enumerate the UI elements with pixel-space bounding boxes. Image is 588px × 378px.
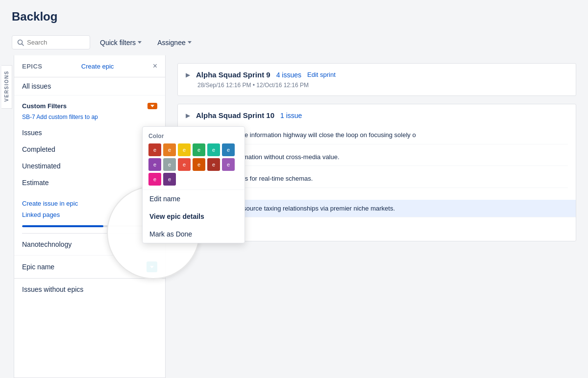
sprint-name-10: Alpha Squad Sprint 10 bbox=[196, 111, 274, 119]
quick-filters-button[interactable]: Quick filters bbox=[94, 36, 147, 49]
versions-tab[interactable]: VERSIONS bbox=[1, 65, 12, 109]
color-swatch[interactable]: e bbox=[193, 143, 205, 156]
color-swatch[interactable]: e bbox=[163, 143, 176, 156]
sprint-header-9: ▶ Alpha Squad Sprint 9 4 issues Edit spr… bbox=[186, 71, 568, 79]
sprint-name-9: Alpha Squad Sprint 9 bbox=[196, 71, 270, 79]
svg-line-1 bbox=[22, 44, 24, 46]
epics-header: EPICS Create epic × bbox=[14, 55, 165, 77]
sprint-expand-icon-10[interactable]: ▶ bbox=[186, 112, 190, 119]
sprint-issue-count-9: 4 issues bbox=[276, 71, 301, 79]
stat-row-unestimated: Unestimated 0 bbox=[22, 158, 157, 174]
stat-label-estimate: Estimate bbox=[22, 179, 49, 187]
search-input[interactable] bbox=[27, 39, 85, 46]
chevron-down-icon bbox=[150, 266, 154, 268]
color-swatch[interactable]: e bbox=[148, 158, 161, 171]
chevron-down-icon bbox=[150, 105, 154, 107]
menu-item-view-epic-details[interactable]: View epic details bbox=[143, 208, 245, 225]
versions-sidebar: VERSIONS bbox=[0, 55, 14, 378]
stat-label-completed: Completed bbox=[22, 145, 55, 153]
filter-link: SB-7 Add custom filters to ap bbox=[22, 114, 157, 120]
color-swatch[interactable]: e bbox=[193, 158, 205, 171]
color-section-label: Color bbox=[148, 133, 239, 140]
progress-bar-track bbox=[22, 225, 157, 227]
linked-pages-link[interactable]: Linked pages bbox=[22, 210, 157, 219]
sprint-dates-9: 28/Sep/16 12:16 PM • 12/Oct/16 12:16 PM bbox=[197, 82, 568, 89]
color-swatch[interactable]: e bbox=[222, 158, 235, 171]
color-swatch[interactable]: e bbox=[222, 143, 235, 156]
color-swatch[interactable]: e bbox=[148, 143, 161, 156]
filter-link-anchor[interactable]: SB-7 Add custom filters to ap bbox=[22, 114, 98, 120]
assignee-button[interactable]: Assignee bbox=[151, 36, 197, 49]
epic-name-label: Epic name bbox=[22, 263, 54, 271]
create-issue-in-epic-link[interactable]: Create issue in epic bbox=[22, 199, 157, 208]
epic-name-dropdown-button[interactable] bbox=[147, 261, 157, 272]
page-title: Backlog bbox=[12, 10, 576, 24]
search-icon bbox=[17, 39, 24, 46]
custom-filters-header: Custom Filters bbox=[22, 102, 157, 110]
epics-title: EPICS bbox=[22, 63, 43, 70]
progress-bar-fill bbox=[22, 225, 103, 227]
color-swatches: e e e e e e e e e e e e e e bbox=[148, 143, 239, 186]
custom-filters-dropdown-button[interactable] bbox=[147, 103, 157, 109]
close-button[interactable]: × bbox=[153, 62, 157, 70]
stat-label-unestimated: Unestimated bbox=[22, 162, 61, 170]
sprint-header-10: ▶ Alpha Squad Sprint 10 1 issue bbox=[186, 111, 568, 119]
sprint-expand-icon[interactable]: ▶ bbox=[186, 71, 190, 78]
stat-label-issues: Issues bbox=[22, 129, 42, 137]
chevron-down-icon bbox=[138, 41, 142, 44]
menu-item-mark-as-done[interactable]: Mark as Done bbox=[143, 225, 245, 243]
context-menu: Color e e e e e e e e e e e e e bbox=[142, 126, 245, 243]
search-box[interactable] bbox=[12, 35, 90, 49]
color-swatch[interactable]: e bbox=[207, 158, 220, 171]
color-swatch[interactable]: e bbox=[178, 143, 191, 156]
color-section: Color e e e e e e e e e e e e e bbox=[143, 127, 245, 190]
stat-row-issues: Issues 2 bbox=[22, 124, 157, 141]
chevron-down-icon bbox=[188, 41, 192, 44]
custom-filters-title: Custom Filters bbox=[22, 102, 67, 110]
color-swatch[interactable]: e bbox=[163, 173, 176, 186]
color-swatch[interactable]: e bbox=[178, 158, 191, 171]
sprint-edit-link-9[interactable]: Edit sprint bbox=[307, 71, 336, 78]
stat-row-completed: Completed 1 bbox=[22, 141, 157, 158]
create-epic-link[interactable]: Create epic bbox=[81, 63, 114, 70]
menu-item-edit-name[interactable]: Edit name bbox=[143, 190, 245, 208]
sprint-issue-count-10: 1 issue bbox=[280, 112, 302, 119]
color-swatch[interactable]: e bbox=[163, 158, 176, 171]
sprint-section-9: ▶ Alpha Squad Sprint 9 4 issues Edit spr… bbox=[177, 63, 576, 96]
stat-row-estimate: Estimate 5 bbox=[22, 174, 157, 191]
color-swatch[interactable]: e bbox=[207, 143, 220, 156]
toolbar: Quick filters Assignee bbox=[0, 35, 588, 55]
epic-name-section: Epic name bbox=[14, 256, 165, 278]
all-issues-item[interactable]: All issues bbox=[14, 77, 165, 95]
issues-without-epics-item[interactable]: Issues without epics bbox=[14, 279, 165, 300]
color-swatch[interactable]: e bbox=[148, 173, 161, 186]
